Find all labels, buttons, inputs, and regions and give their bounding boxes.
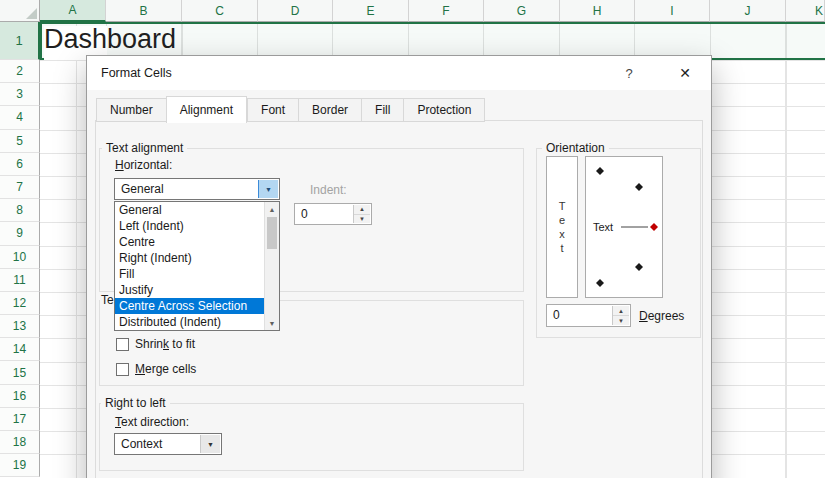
tab-alignment[interactable]: Alignment	[166, 96, 247, 123]
row-header-4[interactable]: 4	[0, 106, 40, 129]
text-direction-combobox[interactable]: Context ▼	[114, 433, 222, 455]
angle-marker-neg90-icon[interactable]	[596, 279, 604, 287]
text-direction-dropdown-button[interactable]: ▼	[200, 435, 220, 453]
row-header-12[interactable]: 12	[0, 292, 40, 315]
shrink-to-fit-label[interactable]: Shrink to fit	[135, 337, 195, 351]
vertical-letter-x: x	[559, 227, 565, 241]
dropdown-option-centre-across-selection[interactable]: Centre Across Selection	[115, 298, 264, 314]
dropdown-option-fill[interactable]: Fill	[115, 266, 264, 282]
dropdown-option-general[interactable]: General	[115, 202, 264, 218]
select-all-button[interactable]	[0, 0, 40, 22]
vertical-letter-t1: T	[559, 199, 566, 213]
spinner-down-icon[interactable]: ▼	[613, 316, 629, 325]
angle-marker-90-icon[interactable]	[596, 167, 604, 175]
right-to-left-group-label: Right to left	[101, 396, 170, 410]
vertical-text-preview[interactable]: T e x t	[546, 156, 578, 298]
vertical-letter-t2: t	[560, 241, 563, 255]
column-header-e[interactable]: E	[333, 0, 409, 22]
tab-number[interactable]: Number	[96, 98, 166, 122]
shrink-pre: Shrin	[135, 337, 163, 351]
orientation-text-label: Text	[593, 221, 613, 233]
row-header-3[interactable]: 3	[0, 83, 40, 106]
horizontal-combobox[interactable]: General ▼	[114, 178, 280, 200]
degrees-spinner[interactable]: 0 ▲ ▼	[546, 304, 631, 327]
angle-marker-0-selected-icon[interactable]	[650, 223, 658, 231]
horizontal-combobox-value: General	[121, 182, 164, 196]
select-all-triangle-icon	[26, 8, 37, 19]
tab-strip: Number Alignment Font Border Fill Protec…	[96, 96, 485, 122]
tab-font[interactable]: Font	[247, 98, 298, 122]
column-header-i[interactable]: I	[635, 0, 710, 22]
horizontal-label-rest: orizontal:	[124, 158, 173, 172]
angle-marker-neg45-icon[interactable]	[635, 263, 643, 271]
row-header-11[interactable]: 11	[0, 269, 40, 292]
row-header-17[interactable]: 17	[0, 408, 40, 431]
shrink-post: to fit	[169, 337, 195, 351]
row-header-13[interactable]: 13	[0, 315, 40, 338]
excel-window: A B C D E F G H I J K 1 2 3 4 5 6 7 8 9 …	[0, 0, 825, 478]
indent-label: Indent:	[310, 183, 347, 197]
scroll-down-icon[interactable]: ▼	[265, 316, 279, 330]
dropdown-option-right-indent[interactable]: Right (Indent)	[115, 250, 264, 266]
orientation-dial[interactable]: Text	[585, 156, 663, 298]
shrink-to-fit-checkbox[interactable]	[116, 338, 129, 351]
text-direction-value: Context	[121, 437, 162, 451]
row-header-19[interactable]: 19	[0, 454, 40, 477]
help-button[interactable]: ?	[613, 56, 645, 90]
horizontal-label-accel: H	[115, 158, 124, 172]
dialog-titlebar[interactable]: Format Cells ? ✕	[87, 56, 711, 90]
merge-accel: M	[135, 362, 145, 376]
chevron-down-icon: ▼	[265, 186, 272, 193]
tab-fill[interactable]: Fill	[361, 98, 403, 122]
row-header-16[interactable]: 16	[0, 385, 40, 408]
chevron-down-icon: ▼	[207, 441, 214, 448]
row-header-2[interactable]: 2	[0, 60, 40, 83]
spinner-up-icon[interactable]: ▲	[613, 306, 629, 316]
scrollbar-thumb[interactable]	[267, 217, 277, 249]
vertical-letter-e: e	[559, 213, 565, 227]
column-header-b[interactable]: B	[106, 0, 182, 22]
column-header-j[interactable]: J	[710, 0, 786, 22]
text-control-group-label: Te	[100, 293, 115, 307]
row-header-8[interactable]: 8	[0, 199, 40, 222]
column-header-a[interactable]: A	[40, 0, 106, 22]
tab-protection[interactable]: Protection	[403, 98, 485, 122]
dropdown-option-justify[interactable]: Justify	[115, 282, 264, 298]
row-header-9[interactable]: 9	[0, 222, 40, 245]
column-header-k[interactable]: K	[786, 0, 825, 22]
tdir-post: ext direction:	[121, 415, 189, 429]
row-header-1[interactable]: 1	[0, 22, 40, 60]
close-button[interactable]: ✕	[669, 56, 701, 90]
horizontal-label: Horizontal:	[115, 158, 172, 172]
row-header-14[interactable]: 14	[0, 338, 40, 361]
degrees-value: 0	[553, 308, 560, 322]
column-header-g[interactable]: G	[484, 0, 560, 22]
spinner-up-icon[interactable]: ▲	[354, 205, 370, 215]
row-header-7[interactable]: 7	[0, 176, 40, 199]
dropdown-option-centre[interactable]: Centre	[115, 234, 264, 250]
degrees-accel: D	[639, 309, 648, 323]
row-header-15[interactable]: 15	[0, 361, 40, 384]
merge-cells-label[interactable]: Merge cells	[135, 362, 196, 376]
horizontal-dropdown-list: General Left (Indent) Centre Right (Inde…	[114, 201, 280, 331]
row-header-6[interactable]: 6	[0, 153, 40, 176]
scroll-up-icon[interactable]: ▲	[265, 202, 279, 216]
column-header-c[interactable]: C	[182, 0, 258, 22]
indent-value: 0	[301, 207, 308, 221]
column-header-f[interactable]: F	[409, 0, 484, 22]
dropdown-option-distributed-indent[interactable]: Distributed (Indent)	[115, 314, 264, 330]
dropdown-scrollbar[interactable]: ▲ ▼	[264, 202, 279, 330]
angle-marker-45-icon[interactable]	[635, 183, 643, 191]
row-header-10[interactable]: 10	[0, 246, 40, 269]
row-header-18[interactable]: 18	[0, 431, 40, 454]
column-header-h[interactable]: H	[560, 0, 635, 22]
horizontal-combobox-dropdown-button[interactable]: ▼	[258, 180, 278, 198]
indent-spinner[interactable]: 0 ▲ ▼	[294, 203, 372, 225]
spinner-down-icon[interactable]: ▼	[354, 215, 370, 224]
tab-border[interactable]: Border	[298, 98, 361, 122]
column-header-d[interactable]: D	[258, 0, 333, 22]
merge-cells-checkbox[interactable]	[116, 363, 129, 376]
dropdown-option-left-indent[interactable]: Left (Indent)	[115, 218, 264, 234]
format-cells-dialog: Format Cells ? ✕ Number Alignment Font B…	[86, 55, 712, 478]
row-header-5[interactable]: 5	[0, 130, 40, 153]
